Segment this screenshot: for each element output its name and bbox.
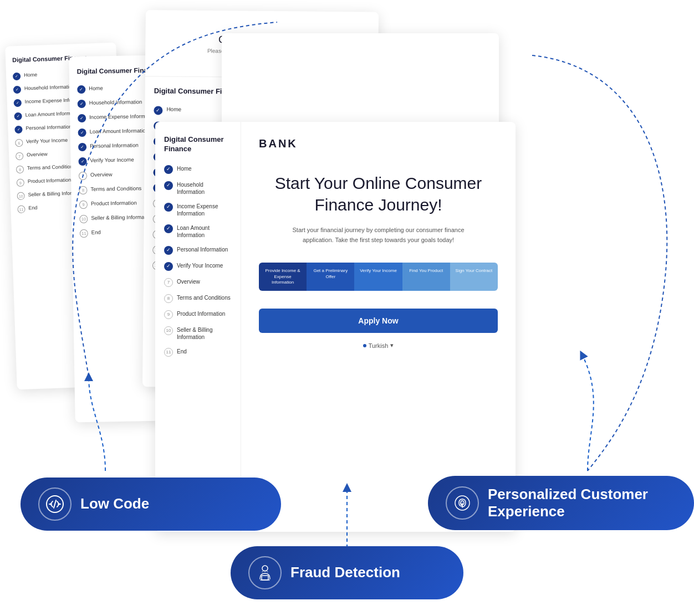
check-icon: ✓ xyxy=(13,86,21,94)
item-label: End xyxy=(91,229,101,235)
check-icon: ✓ xyxy=(78,128,86,136)
item-label: Overview xyxy=(27,151,48,157)
card5-item-4: ✓ Loan Amount Information xyxy=(164,224,232,239)
num-icon: 8 xyxy=(16,166,24,173)
card5-item-2: ✓ Household Information xyxy=(164,181,232,196)
item-label: Personal Information xyxy=(177,246,228,253)
check-icon: ✓ xyxy=(164,262,173,271)
language-row: Turkish ▾ xyxy=(363,342,394,349)
num-icon: 8 xyxy=(79,186,87,194)
steps-bar: Provide Income & Expense Information Get… xyxy=(259,263,498,291)
item-label: End xyxy=(177,348,187,355)
svg-rect-3 xyxy=(262,576,268,580)
fingerprint-svg xyxy=(453,494,472,512)
item-label: Verify Your Income xyxy=(26,137,68,145)
step-3: Verify Your Income xyxy=(354,263,402,291)
step-4: Find You Product xyxy=(402,263,450,291)
item-label: Home xyxy=(177,165,192,172)
num-icon: 7 xyxy=(16,152,23,160)
language-label: Turkish xyxy=(369,342,389,349)
item-label: Product Information xyxy=(28,177,72,184)
check-icon: ✓ xyxy=(77,85,85,93)
num-icon: 10 xyxy=(164,326,173,335)
card5-item-7: 7 Overview xyxy=(164,278,232,287)
item-label: Product Information xyxy=(177,310,225,317)
item-label: End xyxy=(28,205,37,211)
main-subtitle: Start your financial journey by completi… xyxy=(290,225,467,245)
card5-main: BANK Start Your Online Consumer Finance … xyxy=(241,122,516,532)
check-icon: ✓ xyxy=(164,224,173,233)
check-icon: ✓ xyxy=(164,165,173,174)
check-icon: ✓ xyxy=(14,112,22,120)
step-5: Sign Your Contract xyxy=(450,263,498,291)
item-label: Verify Your Income xyxy=(177,262,223,269)
num-icon: 9 xyxy=(17,179,24,187)
check-icon: ✓ xyxy=(14,99,22,107)
card5-item-5: ✓ Personal Information xyxy=(164,246,232,255)
item-label: Income Expense Inform... xyxy=(89,112,149,120)
num-icon: 9 xyxy=(164,310,173,319)
num-icon: 11 xyxy=(17,206,25,213)
num-icon: 10 xyxy=(79,214,88,223)
item-label: Overview xyxy=(177,278,200,285)
item-label: Terms and Conditions xyxy=(90,185,141,192)
item-label: Loan Amount Inform... xyxy=(25,111,74,118)
step-1: Provide Income & Expense Information xyxy=(259,263,307,291)
num-icon: 11 xyxy=(80,229,88,237)
card5-item-8: 8 Terms and Conditions xyxy=(164,294,232,303)
num-icon: 7 xyxy=(79,171,87,179)
num-icon: 7 xyxy=(164,278,173,287)
item-label: Terms and Conditions xyxy=(27,164,75,171)
check-icon: ✓ xyxy=(78,157,86,165)
low-code-icon xyxy=(38,487,72,521)
check-icon: ✓ xyxy=(164,246,173,255)
num-icon: 10 xyxy=(17,192,24,200)
num-icon: 11 xyxy=(164,348,173,357)
check-icon: ✓ xyxy=(13,73,21,80)
badge-low-code: Low Code xyxy=(21,478,281,531)
screen-card-5: Digital Consumer Finance ✓ Home ✓ Househ… xyxy=(155,122,516,532)
item-label: Personal Information... xyxy=(25,124,76,131)
item-label: Home xyxy=(166,106,181,112)
card5-sidebar-title: Digital Consumer Finance xyxy=(164,135,232,154)
fingerprint-icon xyxy=(446,486,479,520)
step-2: Get a Preliminary Offer xyxy=(307,263,354,291)
badge-fraud: Fraud Detection xyxy=(231,546,463,599)
item-label: Income Expense Information xyxy=(177,203,232,217)
num-icon: 9 xyxy=(79,200,88,208)
lang-dropdown-arrow: ▾ xyxy=(390,342,394,349)
item-label: Product Information xyxy=(91,199,137,206)
item-label: Personal Information xyxy=(90,142,139,149)
check-icon: ✓ xyxy=(78,142,86,151)
item-label: Home xyxy=(89,85,103,91)
low-code-svg xyxy=(45,495,64,514)
main-title: Start Your Online Consumer Finance Journ… xyxy=(259,172,498,215)
bank-logo: BANK xyxy=(259,137,298,150)
fraud-svg xyxy=(256,563,274,582)
fraud-detection-label: Fraud Detection xyxy=(290,564,400,581)
check-icon: ✓ xyxy=(164,203,173,212)
item-label: Overview xyxy=(90,171,113,178)
item-label: Loan Amount Information xyxy=(90,127,149,135)
card5-item-11: 11 End xyxy=(164,348,232,357)
check-icon: ✓ xyxy=(154,106,162,115)
fraud-detection-icon xyxy=(248,556,282,589)
personalized-label: Personalized Customer Experience xyxy=(488,486,676,520)
card5-item-1: ✓ Home xyxy=(164,165,232,174)
num-icon: 6 xyxy=(15,139,23,147)
check-icon: ✓ xyxy=(14,126,22,134)
apply-now-button[interactable]: Apply Now xyxy=(259,309,498,333)
card5-item-3: ✓ Income Expense Information xyxy=(164,203,232,217)
check-icon: ✓ xyxy=(78,99,86,107)
badge-personalized: Personalized Customer Experience xyxy=(428,476,694,530)
scene: Digital Consumer Finance ✓ Home ✓ Househ… xyxy=(0,0,694,616)
item-label: Household Information xyxy=(89,99,142,106)
item-label: Verify Your Income xyxy=(90,156,134,163)
item-label: Terms and Conditions xyxy=(177,294,231,301)
low-code-label: Low Code xyxy=(80,495,149,512)
item-label: Loan Amount Information xyxy=(177,224,232,239)
item-label: Seller & Billing Informa... xyxy=(91,214,149,221)
item-label: Household Informatio... xyxy=(24,84,76,91)
card5-sidebar: Digital Consumer Finance ✓ Home ✓ Househ… xyxy=(155,122,241,532)
item-label: Seller & Billing Information xyxy=(177,326,232,341)
